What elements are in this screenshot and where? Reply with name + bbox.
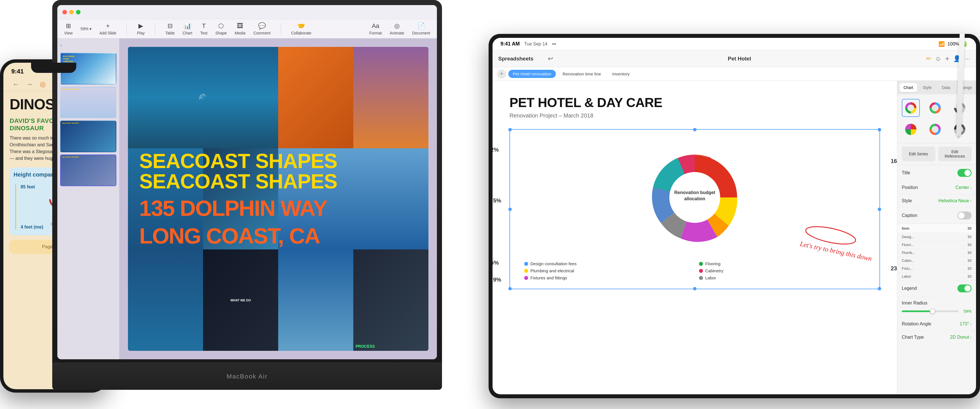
macbook-titlebar: [57, 5, 437, 19]
tab-pet-hotel-renovation[interactable]: Pet Hotel renovation: [508, 70, 556, 78]
chart-style-4[interactable]: [902, 120, 920, 138]
tool-play[interactable]: ▶ Play: [137, 22, 145, 35]
tool-media[interactable]: 🖼 Media: [235, 22, 245, 35]
tool-animate[interactable]: ◎ Animate: [390, 22, 404, 35]
slides-panel: ‹ EXPLORINGFORMTHROUGHFUNCTION 1 SEACOAS…: [57, 38, 119, 359]
panel-row-position[interactable]: Position Center ›: [897, 181, 976, 194]
panel-table-row-1: Desig... 30: [897, 233, 976, 241]
edit-references-button[interactable]: Edit References: [938, 146, 972, 161]
handle-bc[interactable]: [693, 287, 697, 290]
tool-shape[interactable]: ⬡ Shape: [215, 22, 227, 35]
circle-icon[interactable]: ◎: [40, 80, 46, 88]
slider-thumb[interactable]: [930, 309, 935, 314]
ipad-battery-text: 100%: [948, 41, 959, 46]
emoji-icon[interactable]: ☺: [935, 55, 941, 62]
handle-br[interactable]: [878, 287, 881, 290]
ipad-more-icon[interactable]: ⋯: [965, 56, 970, 62]
chart-style-5[interactable]: [926, 120, 944, 138]
dino-height: 85 feet: [21, 185, 43, 189]
tool-comment[interactable]: 💬 Comment: [253, 22, 270, 35]
what-we-do-text: WHAT WE DO: [231, 299, 251, 302]
ipad-doc-area: PET HOTEL & DAY CARE Renovation Project …: [493, 81, 897, 394]
caption-toggle[interactable]: [958, 212, 972, 220]
undo-icon[interactable]: ↩: [548, 55, 553, 62]
view-icon: ⊞: [66, 22, 71, 30]
title-label: Title: [902, 170, 910, 175]
handle-ml[interactable]: [508, 208, 512, 211]
legend-plumbing: Plumbing and electrical: [524, 268, 690, 273]
shape-icon: ⬡: [218, 22, 224, 30]
ipad-screen: 9:41 AM Tue Sep 14 ••• 📶 100% 🔋 Spreadsh…: [493, 38, 976, 394]
panel-table-row-5: Fixtu... 30: [897, 265, 976, 272]
comment-label: Comment: [253, 31, 270, 35]
panel-tab-chart[interactable]: Chart: [899, 83, 917, 92]
slide-thumb-3[interactable]: SEACOAST SHAPES: [60, 121, 116, 152]
handle-bl[interactable]: [508, 287, 512, 290]
chart-style-1[interactable]: [902, 99, 920, 117]
handle-tl[interactable]: [508, 128, 512, 131]
handle-mr[interactable]: [878, 208, 881, 211]
edit-series-button[interactable]: Edit Series: [902, 146, 935, 161]
sunset-image: [353, 47, 428, 148]
slide-thumb-4[interactable]: SEACOAST SHAPES: [60, 154, 116, 186]
tool-view[interactable]: ⊞ View: [64, 22, 73, 35]
tool-chart[interactable]: 📊 Chart: [183, 22, 192, 35]
spreadsheets-title: Spreadsheets: [498, 56, 543, 62]
panel-tab-data[interactable]: Data: [937, 83, 955, 92]
panel-tab-style[interactable]: Style: [918, 83, 936, 92]
legend-fixtures: Fixtures and fittings: [524, 275, 690, 280]
legend-label-design: Design consultation fees: [530, 261, 576, 266]
separator2: [155, 23, 155, 35]
pencil-icon[interactable]: ✏: [926, 55, 931, 62]
tool-collaborate[interactable]: 🤝 Collaborate: [291, 22, 312, 35]
legend-labor: Labor: [699, 275, 865, 280]
tool-text[interactable]: T Text: [200, 22, 208, 35]
play-label: Play: [137, 31, 145, 35]
close-button[interactable]: [62, 10, 67, 14]
slide-thumb-2[interactable]: SEACOAST SHAPES: [60, 87, 116, 118]
tool-add-slide[interactable]: + Add Slide: [99, 22, 116, 35]
legend-toggle[interactable]: [958, 285, 972, 292]
chart-legend: Design consultation fees Flooring Plumbi…: [524, 261, 865, 280]
panel-row-rotation[interactable]: Rotation Angle 173° ›: [897, 317, 976, 331]
ipad-date: Tue Sep 14: [524, 41, 547, 46]
tab-inventory[interactable]: Inventory: [608, 70, 634, 78]
position-chevron: ›: [970, 185, 972, 190]
surfer-image: [128, 148, 203, 250]
forward-icon[interactable]: →: [26, 80, 33, 88]
panel-row-chart-type[interactable]: Chart Type 2D Donut ›: [897, 331, 976, 344]
handle-tr[interactable]: [878, 128, 881, 131]
inner-radius-slider[interactable]: 59%: [897, 307, 976, 317]
main-slide-area[interactable]: 🌊 WHAT WE DO PROCESS: [119, 38, 437, 359]
legend-label-fixtures: Fixtures and fittings: [530, 275, 567, 280]
percent-16: 16%: [891, 158, 897, 164]
surf2-image: [278, 250, 353, 351]
handle-tc[interactable]: [693, 128, 697, 131]
add-tab-button[interactable]: +: [497, 70, 506, 78]
tool-zoom[interactable]: 59% ▾: [81, 27, 92, 31]
animate-icon: ◎: [394, 22, 399, 30]
panel-collapse-icon[interactable]: ‹: [60, 42, 62, 48]
chart-preview-2: [928, 101, 942, 115]
ipad-add-icon[interactable]: +: [945, 55, 949, 63]
title-toggle[interactable]: [958, 169, 972, 177]
comment-icon: 💬: [258, 22, 266, 30]
back-icon[interactable]: ←: [13, 80, 19, 88]
process-cell: PROCESS: [353, 250, 428, 351]
tool-table[interactable]: ⊟ Table: [165, 22, 175, 35]
panel-row-style[interactable]: Style Helvetica Neue ›: [897, 194, 976, 208]
tab-renovation-timeline[interactable]: Renovation time line: [558, 70, 606, 78]
svg-point-14: [932, 126, 939, 133]
rotation-label: Rotation Angle: [902, 321, 931, 326]
legend-dot-plumbing: [524, 269, 528, 273]
chart-selection[interactable]: 32% 16% 5% 15% 23% 9%: [509, 129, 880, 289]
minimize-button[interactable]: [69, 10, 74, 14]
panel-row-caption: Caption: [897, 208, 976, 224]
tool-format[interactable]: Aa Format: [369, 22, 382, 35]
ipad-wifi-icon: 📶: [939, 41, 945, 47]
tool-document[interactable]: 📄 Document: [412, 22, 430, 35]
maximize-button[interactable]: [76, 10, 81, 14]
panel-mini-table-header: Item 30: [897, 224, 976, 233]
main-slide: 🌊 WHAT WE DO PROCESS: [128, 47, 428, 351]
chart-style-2[interactable]: [926, 99, 944, 117]
